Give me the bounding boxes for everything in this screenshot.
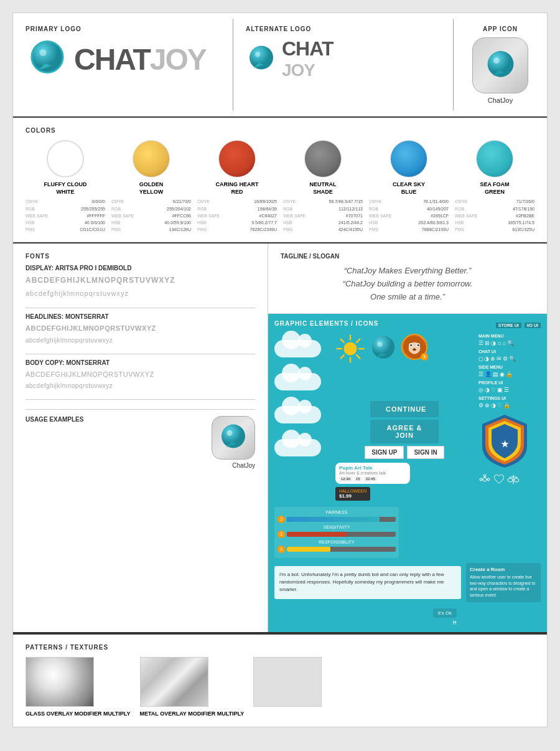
glass-swatch [26,657,94,707]
chat-icon-5: ⚙ [503,356,508,362]
halloween-ticket: HALLOWEEN$1.99 [335,487,370,501]
chat-row: I'm a bot. Unfortunately I'm a pretty du… [274,563,541,602]
display-font-lower: abcdefghijklmnopqrstuvwxyz [26,288,255,300]
profile-icon-1: ◎ [478,387,483,393]
clouds-column [274,334,330,504]
shield-graphic-area: ★ [478,412,541,471]
sensitivity-label: SENSITIVITY [278,525,396,529]
headline-font-upper: ABCDEFGHIJKLMNOPQRSTUVWXYZ [26,323,255,335]
cloud-puff-4b [298,433,312,446]
cloud-body-4 [274,439,321,456]
sign-in-button[interactable]: SIGN IN [407,446,444,459]
chat-icon-4: ✉ [497,356,502,362]
fairness-circle: 3 [278,516,285,523]
alt-joy-word: JOY [282,60,334,80]
svg-text:★: ★ [501,439,509,449]
continue-button[interactable]: CONTINUE [370,401,439,417]
svg-point-3 [39,49,46,56]
time-1: 12:30 [339,476,352,481]
tagline-area: TAGLINE / SLOGAN “ChatJoy Makes Everythi… [268,243,547,313]
chat-logo-text: CHATJOY [74,42,206,77]
alternate-logo: CHAT JOY [246,37,441,80]
settings-icon-5: 🔒 [503,402,510,409]
headline-font-label: HEADLINES: MONTSERRAT [26,313,255,320]
sensitivity-row: 3 [278,531,396,538]
sensitivity-fill [287,532,347,537]
usage-icon-graphic [218,422,249,453]
glass-label: GLASS OVERLAY MODIFIER MULTIPLY [26,710,131,718]
cloud-puff-2b [298,367,312,380]
chat-icon-6: 🔍 [509,356,516,362]
tagline-text: “ChatJoy Makes Everything Better.” “Chat… [281,265,534,303]
logo-section: PRIMARY LOGO CHATJOY [13,13,547,118]
cloud-puff-1b [298,334,312,347]
chat-bubble-logo-icon [26,37,69,81]
color-fluffy-cloud-white: FLUFFY CLOUDWHITE CMYK0/0/0/0 RGB255/255… [26,140,105,233]
side-icon-1: ☰ [478,371,483,377]
side-icon-4: ◉ [500,371,505,377]
patterns-label: PATTERNS / TEXTURES [26,644,534,651]
sign-up-button[interactable]: SIGN UP [365,446,404,459]
fonts-section: FONTS DISPLAY: ARITSA PRO I DEMIBOLD ABC… [13,243,268,632]
svg-point-5 [250,45,273,69]
r-label: R [274,620,541,626]
page: PRIMARY LOGO CHATJOY [12,12,548,727]
settings-ui-icons: ⚙ ⊕ ◑ ♡ 🔒 [478,402,541,409]
colors-label: COLORS [26,127,534,134]
usage-section: USAGE EXAMPLES [26,409,255,469]
swatch-yellow [133,140,170,177]
headline-font-group: HEADLINES: MONTSERRAT ABCDEFGHIJKLMNOPQR… [26,313,255,346]
cloud-4 [274,439,330,456]
side-icon-2: 👤 [485,371,492,377]
svg-point-45 [514,478,519,482]
settings-icon-1: ⚙ [478,402,483,409]
time-2: 15 [354,476,362,481]
profile-icon-2: ◑ [485,387,490,393]
side-menu-label: SIDE MENU [478,365,541,369]
cloud-3 [274,406,330,423]
svg-point-12 [227,430,233,436]
io-ui-label: I/O UI [525,323,541,328]
svg-point-44 [508,478,513,482]
heart-icon [493,473,505,486]
primary-logo-label: PRIMARY LOGO [26,26,220,32]
svg-point-33 [413,348,415,350]
swatch-red [218,140,256,177]
alternate-logo-area: ALTERNATE LOGO CHAT JOY [233,19,454,110]
fonts-label: FONTS [26,253,255,260]
svg-line-22 [341,355,344,358]
its-ok-button[interactable]: It's Ok [433,608,457,618]
menu-icon-1: ☰ [478,340,483,346]
molecule-icon [478,473,491,486]
svg-point-35 [483,478,487,481]
popin-art-talk: Popin Art Talk Art lover & creatives tal… [335,463,410,484]
joy-word: JOY [150,43,206,76]
color-neutral-shade: NEUTRALSHADE CMYK56.7/48.3/47.7/15 RGB11… [283,140,363,233]
profile-ui-icons: ◎ ◑ ♡ ▣ ☰ [478,387,541,393]
alternate-logo-label: ALTERNATE LOGO [246,26,441,32]
svg-point-30 [410,344,412,346]
chat-bubble-teal-icon [368,334,398,364]
tagline-line2: “ChatJoy building a better tomorrow. [281,278,534,291]
chat-icon-2: ◑ [484,356,489,362]
headline-font-lower: abcdefghijklmnopqrstuvwxyz [26,335,255,346]
responsibility-circle: 3 [278,546,285,553]
color-name-gray: NEUTRALSHADE [283,181,363,196]
create-room-title: Create a Room [470,567,537,572]
color-name-blue: CLEAR SKYBLUE [369,181,449,196]
metal-label: METAL OVERLAY MODIFIER MULTIPLY [140,710,245,718]
color-meta-white: CMYK0/0/0/0 RGB255/255/255 WEB SAFE#FFFF… [26,198,105,233]
main-menu-label: MAIN MENU [478,334,541,338]
menu-icon-2: ⊞ [485,340,490,346]
create-room-area: Create a Room Allow another user to crea… [466,563,541,602]
settings-icon-3: ◑ [491,402,496,409]
settings-icon-4: ♡ [497,402,502,409]
agree-join-button[interactable]: AGREE & JOIN [370,420,439,443]
svg-point-31 [418,344,419,346]
colors-grid: FLUFFY CLOUDWHITE CMYK0/0/0/0 RGB255/255… [26,140,534,233]
svg-point-24 [377,341,383,347]
pattern-metal: METAL OVERLAY MODIFIER MULTIPLY [140,657,245,718]
settings-ui-label: SETTINGS UI [478,396,541,400]
create-room-desc: Allow another user to create live two-wa… [470,574,537,598]
middle-column: 3 CONTINUE AGREE & JOIN SIGN UP SIGN IN [335,334,474,504]
